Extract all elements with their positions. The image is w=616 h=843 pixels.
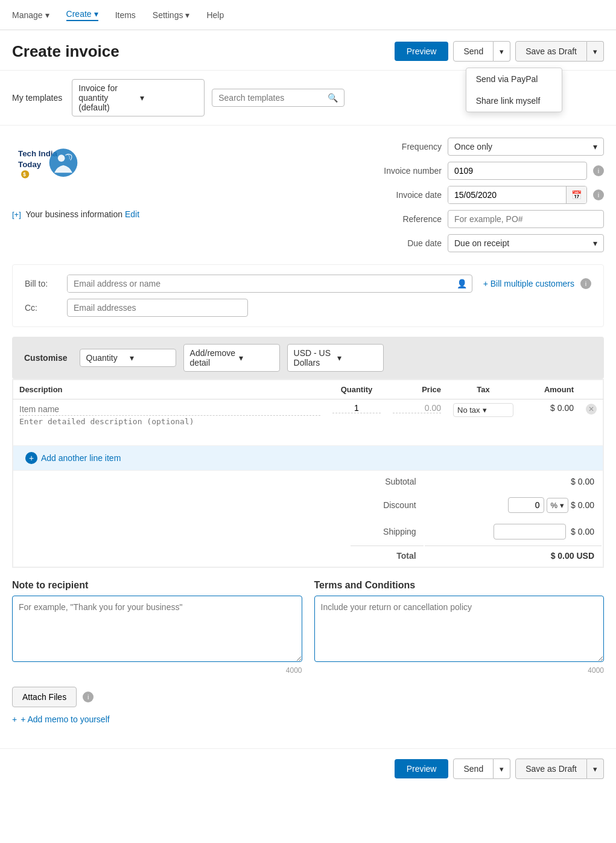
edit-business-link[interactable]: Edit: [125, 209, 139, 219]
bill-multiple-link[interactable]: + Bill multiple customers: [483, 279, 574, 288]
note-box: Note to recipient 4000: [12, 580, 302, 675]
totals-table: Subtotal $ 0.00 Discount % ▾ $ 0.00: [349, 471, 603, 567]
bill-to-section: Bill to: 👤 + Bill multiple customers i C…: [12, 264, 604, 327]
currency-select[interactable]: USD - US Dollars ▾: [287, 344, 384, 372]
share-link-option[interactable]: Share link myself: [466, 90, 562, 112]
send-dropdown-menu: Send via PayPal Share link myself: [466, 68, 562, 112]
chevron-down-icon: ▾: [593, 142, 597, 151]
discount-value-input[interactable]: [508, 497, 544, 513]
chevron-down-icon: ▾: [337, 353, 377, 363]
plus-icon: [+]: [12, 210, 21, 219]
save-draft-dropdown-toggle[interactable]: ▾: [587, 41, 604, 62]
add-memo-row[interactable]: + + Add memo to yourself: [12, 714, 604, 724]
info-icon[interactable]: i: [83, 692, 94, 702]
search-templates-input[interactable]: [218, 93, 324, 103]
send-via-paypal-option[interactable]: Send via PayPal: [466, 68, 562, 90]
frequency-select[interactable]: Once only ▾: [448, 138, 604, 156]
bottom-actions: Preview Send ▾ Save as Draft ▾: [0, 748, 616, 789]
customise-bar: Customise Quantity ▾ Add/remove detail ▾…: [12, 337, 604, 379]
calendar-icon[interactable]: 📅: [566, 186, 586, 203]
add-remove-detail-select[interactable]: Add/remove detail ▾: [183, 344, 280, 372]
bill-to-input[interactable]: [68, 275, 452, 292]
total-row: Total $ 0.00 USD: [351, 546, 602, 565]
note-terms-section: Note to recipient 4000 Terms and Conditi…: [12, 580, 604, 675]
subtotal-row: Subtotal $ 0.00: [351, 472, 602, 491]
remove-icon: ✕: [586, 404, 597, 415]
cc-row: Cc:: [25, 299, 591, 317]
bottom-preview-button[interactable]: Preview: [395, 759, 449, 778]
bottom-draft-dropdown-toggle[interactable]: ▾: [587, 759, 604, 779]
price-input[interactable]: [393, 403, 441, 413]
chevron-down-icon: ▾: [560, 501, 564, 510]
info-icon[interactable]: i: [593, 165, 604, 176]
nav-settings[interactable]: Settings ▾: [153, 10, 190, 20]
price-cell: [387, 399, 447, 446]
company-logo: Tech India Today $: [12, 138, 139, 200]
send-button[interactable]: Send: [453, 41, 494, 62]
info-icon[interactable]: i: [580, 278, 591, 289]
info-icon[interactable]: i: [593, 189, 604, 200]
bill-to-label: Bill to:: [25, 279, 61, 288]
subtotal-label: Subtotal: [351, 472, 424, 491]
due-date-row: Due date Due on receipt ▾: [369, 234, 604, 252]
remove-line-button[interactable]: ✕: [586, 403, 597, 415]
discount-label: Discount: [351, 492, 424, 518]
send-group: Send ▾: [453, 41, 510, 62]
discount-type-select[interactable]: % ▾: [547, 498, 569, 513]
customise-label: Customise: [24, 353, 68, 363]
attach-section: Attach Files i: [12, 687, 604, 707]
tax-select[interactable]: No tax ▾: [453, 403, 513, 417]
bottom-send-button[interactable]: Send: [453, 759, 494, 779]
bottom-save-draft-button[interactable]: Save as Draft: [515, 759, 587, 779]
send-dropdown-toggle[interactable]: ▾: [494, 41, 510, 62]
add-memo-label: + Add memo to yourself: [21, 714, 109, 724]
bottom-draft-group: Save as Draft ▾: [515, 759, 604, 779]
quantity-cell: [326, 399, 387, 446]
remove-cell: ✕: [580, 399, 603, 446]
bottom-send-dropdown-toggle[interactable]: ▾: [494, 759, 510, 779]
bottom-send-group: Send ▾: [453, 759, 510, 779]
reference-input[interactable]: [448, 210, 604, 228]
note-textarea[interactable]: [12, 596, 302, 662]
chevron-down-icon: ▾: [130, 353, 170, 363]
note-char-count: 4000: [12, 666, 302, 675]
subtotal-value: $ 0.00: [425, 472, 602, 491]
remove-header: [580, 380, 603, 399]
discount-inputs: % ▾ $ 0.00: [425, 492, 602, 518]
search-icon: 🔍: [328, 93, 338, 103]
quantity-input[interactable]: [332, 403, 381, 413]
attach-files-button[interactable]: Attach Files: [12, 687, 77, 707]
shipping-value-input[interactable]: [494, 524, 566, 539]
reference-label: Reference: [369, 214, 442, 224]
nav-help[interactable]: Help: [206, 10, 224, 20]
tax-cell: No tax ▾: [447, 399, 519, 446]
nav-manage[interactable]: Manage ▾: [12, 10, 49, 20]
bill-to-row: Bill to: 👤 + Bill multiple customers i: [25, 275, 591, 293]
nav-items[interactable]: Items: [115, 10, 136, 20]
svg-text:Today: Today: [18, 160, 42, 169]
chevron-down-icon: ▾: [94, 9, 98, 19]
due-date-select[interactable]: Due on receipt ▾: [448, 234, 604, 252]
chevron-down-icon: ▾: [593, 765, 597, 774]
page-title: Create invoice: [12, 42, 119, 61]
invoice-date-input[interactable]: [448, 186, 566, 203]
save-draft-button[interactable]: Save as Draft: [515, 41, 587, 62]
cc-input[interactable]: [67, 299, 248, 317]
invoice-number-label: Invoice number: [369, 166, 442, 176]
chevron-down-icon: ▾: [500, 765, 504, 774]
chevron-down-icon: ▾: [593, 47, 597, 56]
frequency-label: Frequency: [369, 142, 442, 151]
search-templates-box: 🔍: [212, 89, 345, 107]
totals-section: Subtotal $ 0.00 Discount % ▾ $ 0.00: [13, 471, 603, 567]
shipping-label: Shipping: [351, 519, 424, 544]
add-line-item-button[interactable]: + Add another line item: [25, 452, 121, 464]
invoice-number-input[interactable]: [448, 162, 587, 180]
nav-create[interactable]: Create ▾: [66, 9, 98, 21]
business-info: [+] Your business information Edit: [12, 209, 139, 219]
preview-button[interactable]: Preview: [395, 42, 449, 61]
item-name-input[interactable]: [19, 403, 320, 416]
template-select-dropdown[interactable]: Invoice for quantity (default) ▾: [72, 79, 205, 116]
quantity-select[interactable]: Quantity ▾: [80, 349, 176, 367]
terms-textarea[interactable]: [314, 596, 605, 662]
item-description-input[interactable]: [19, 416, 320, 440]
